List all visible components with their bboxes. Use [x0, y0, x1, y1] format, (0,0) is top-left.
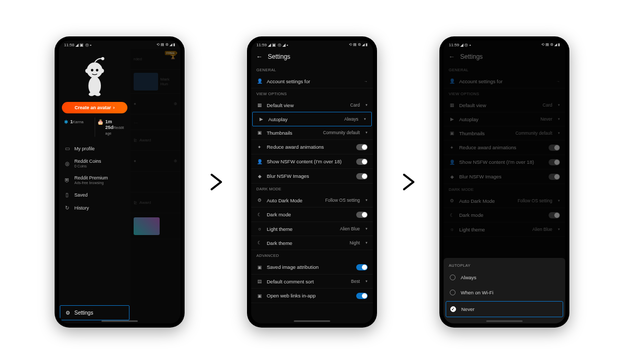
- option-never[interactable]: Never: [446, 301, 563, 317]
- toggle[interactable]: [356, 173, 368, 179]
- screen-3: 11:59 ◢ ◎ • ⟲ ▤ ⚙ ◢ ▮ ← Settings GENERAL…: [444, 41, 565, 323]
- svg-point-1: [88, 76, 101, 95]
- row-reduce-animations[interactable]: ✦Reduce award animations: [251, 140, 373, 154]
- row-auto-dark-mode[interactable]: ⚙Auto Dark ModeFollow OS setting▾: [251, 193, 373, 207]
- row-dark-mode: ☾Dark mode: [444, 208, 565, 223]
- chevron-down-icon: ▾: [366, 241, 368, 245]
- menu-my-profile[interactable]: ▭My profile: [59, 142, 131, 155]
- row-thumbnails[interactable]: ▣ThumbnailsCommunity default▾: [251, 126, 373, 140]
- menu-saved[interactable]: ▯Saved: [59, 188, 131, 201]
- row-default-comment-sort[interactable]: ▤Default comment sortBest▾: [251, 275, 373, 289]
- row-thumbnails: ▣ThumbnailsCommunity default▾: [444, 126, 565, 140]
- section-dark-mode: DARK MODE: [444, 184, 565, 194]
- page-title: Settings: [268, 53, 290, 60]
- create-avatar-button[interactable]: Create an avatar›: [62, 102, 127, 113]
- nav-pill: [101, 320, 138, 322]
- page-title: Settings: [460, 53, 483, 60]
- comment-icon: ▤: [256, 279, 263, 284]
- play-icon: ▶: [258, 116, 264, 122]
- link-icon: ▣: [256, 293, 263, 298]
- chevron-down-icon: ▾: [366, 103, 368, 107]
- phone-3: 11:59 ◢ ◎ • ⟲ ▤ ⚙ ◢ ▮ ← Settings GENERAL…: [439, 36, 569, 328]
- moon-icon: ☾: [256, 240, 263, 245]
- row-autoplay[interactable]: ▶AutoplayAlways▾: [252, 112, 372, 126]
- free-badge: FREE: [165, 51, 176, 55]
- option-always[interactable]: Always: [444, 270, 565, 285]
- person-icon: 👤: [256, 79, 263, 84]
- row-dark-theme[interactable]: ☾Dark themeNight▾: [251, 236, 373, 250]
- row-default-view[interactable]: ▦Default viewCard▾: [251, 98, 373, 112]
- toggle[interactable]: [356, 293, 368, 299]
- option-wifi[interactable]: When on Wi-Fi: [444, 285, 565, 300]
- chevron-right-icon: ›: [113, 105, 115, 110]
- row-open-web-links[interactable]: ▣Open web links in-app: [251, 289, 373, 303]
- gear-icon: ⚙: [256, 198, 263, 203]
- row-account-settings[interactable]: 👤Account settings for→: [251, 74, 373, 88]
- row-blur-nsfw[interactable]: ◆Blur NSFW Images: [251, 169, 373, 184]
- premium-icon: ⛨: [64, 177, 70, 183]
- side-drawer: Create an avatar› ✱1Karma 🎂1m 25dReddit …: [59, 49, 131, 323]
- sheet-title: AUTOPLAY: [444, 258, 565, 270]
- svg-point-3: [100, 69, 104, 73]
- svg-point-8: [96, 69, 98, 72]
- row-light-theme[interactable]: ☼Light themeAlien Blue▾: [251, 222, 373, 236]
- toggle[interactable]: [356, 144, 368, 150]
- menu-settings[interactable]: ⚙ Settings: [60, 305, 129, 320]
- image-icon: ▣: [256, 130, 263, 135]
- screen-2: 11:59 ◢ ▣ ◎ ◢ • ⟲ ▤ ⚙ ◢ ▮ ← Settings GEN…: [251, 41, 373, 323]
- row-autoplay: ▶AutoplayNever▾: [444, 112, 565, 126]
- phone-2: 11:59 ◢ ▣ ◎ ◢ • ⟲ ▤ ⚙ ◢ ▮ ← Settings GEN…: [247, 36, 377, 328]
- screen-1: 11:58 ◢ ▣ ◎ • ⟲ ▤ ⚙ ◢ ▮ 🏆 FREE rded Mark…: [59, 41, 180, 323]
- bookmark-icon: ▯: [64, 192, 70, 198]
- user-stats: ✱1Karma 🎂1m 25dReddit age: [62, 118, 127, 137]
- menu-history[interactable]: ↻History: [59, 201, 131, 214]
- row-show-nsfw[interactable]: 👤Show NSFW content (I'm over 18): [251, 154, 373, 169]
- row-saved-image-attribution[interactable]: ▣Saved image attribution: [251, 260, 373, 275]
- svg-point-6: [95, 93, 101, 96]
- avatar-placeholder: [59, 49, 131, 102]
- toggle[interactable]: [356, 264, 368, 270]
- row-auto-dark-mode: ⚙Auto Dark ModeFollow OS setting▾: [444, 194, 565, 208]
- history-icon: ↻: [64, 205, 70, 211]
- svg-point-5: [89, 93, 95, 96]
- status-bar: 11:58 ◢ ▣ ◎ • ⟲ ▤ ⚙ ◢ ▮: [59, 41, 180, 49]
- svg-point-4: [101, 57, 105, 60]
- chevron-down-icon: ▾: [364, 117, 366, 121]
- flow-arrow: [398, 172, 419, 192]
- settings-header: ← Settings: [444, 49, 565, 64]
- autoplay-bottom-sheet: AUTOPLAY Always When on Wi-Fi Never: [444, 258, 565, 323]
- settings-header: ← Settings: [251, 49, 373, 64]
- chevron-down-icon: ▾: [366, 131, 368, 135]
- row-default-view: ▦Default viewCard▾: [444, 98, 565, 112]
- sun-icon: ☼: [256, 226, 263, 231]
- row-dark-mode[interactable]: ☾Dark mode: [251, 207, 373, 222]
- section-advanced: ADVANCED: [251, 250, 373, 260]
- diamond-icon: ◆: [256, 174, 263, 179]
- drawer-menu: ▭My profile ◎Reddit Coins0 Coins ⛨Reddit…: [59, 142, 131, 305]
- gear-icon: ⚙: [66, 310, 70, 316]
- cake-icon: 🎂: [97, 119, 103, 125]
- row-account-settings: 👤Account settings for→: [444, 74, 565, 88]
- moon-icon: ☾: [256, 212, 263, 217]
- toggle[interactable]: [356, 159, 368, 165]
- coins-icon: ◎: [64, 161, 70, 166]
- phone-1: 11:58 ◢ ▣ ◎ • ⟲ ▤ ⚙ ◢ ▮ 🏆 FREE rded Mark…: [55, 36, 185, 328]
- chevron-right-icon: →: [364, 80, 368, 83]
- status-bar: 11:59 ◢ ▣ ◎ ◢ • ⟲ ▤ ⚙ ◢ ▮: [251, 41, 373, 49]
- nav-pill: [294, 320, 330, 322]
- chevron-down-icon: ▾: [366, 227, 368, 231]
- chevron-down-icon: ▾: [366, 198, 368, 202]
- row-blur-nsfw: ◆Blur NSFW Images: [444, 170, 565, 184]
- person-icon: 👤: [256, 159, 263, 164]
- section-general: GENERAL: [444, 64, 565, 74]
- back-icon[interactable]: ←: [256, 53, 263, 60]
- svg-point-2: [85, 69, 89, 73]
- section-general: GENERAL: [251, 64, 373, 74]
- snoo-icon: [79, 56, 110, 97]
- back-icon[interactable]: ←: [449, 53, 455, 60]
- menu-reddit-premium[interactable]: ⛨Reddit PremiumAds-free browsing: [59, 172, 131, 188]
- radio-icon: [450, 275, 456, 280]
- menu-reddit-coins[interactable]: ◎Reddit Coins0 Coins: [59, 155, 131, 172]
- toggle[interactable]: [356, 212, 368, 218]
- section-view-options: VIEW OPTIONS: [444, 88, 565, 98]
